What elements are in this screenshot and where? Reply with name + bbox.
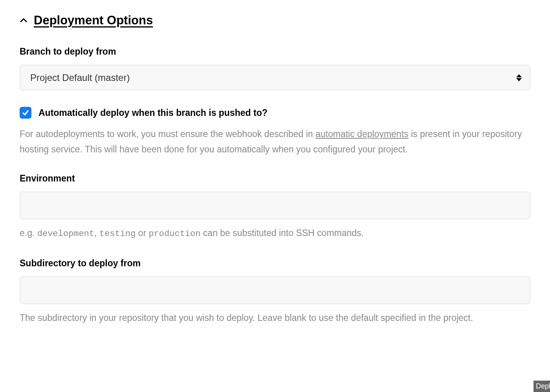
subdirectory-help-text: The subdirectory in your repository that… xyxy=(20,310,530,326)
section-header[interactable]: Deployment Options xyxy=(20,13,530,27)
environment-label: Environment xyxy=(20,173,530,184)
branch-select[interactable]: Project Default (master) xyxy=(20,65,530,90)
subdirectory-field-group: Subdirectory to deploy from The subdirec… xyxy=(20,258,530,326)
environment-code-testing: testing xyxy=(99,229,136,239)
section-title: Deployment Options xyxy=(34,13,153,27)
environment-help-prefix: e.g. xyxy=(20,228,37,238)
autodeploy-checkbox-row: Automatically deploy when this branch is… xyxy=(20,107,530,119)
chevron-up-icon xyxy=(20,16,28,24)
automatic-deployments-link[interactable]: automatic deployments xyxy=(315,129,409,139)
subdirectory-label: Subdirectory to deploy from xyxy=(20,258,530,269)
environment-sep1: , xyxy=(94,228,99,238)
autodeploy-checkbox[interactable] xyxy=(20,107,31,119)
autodeploy-checkbox-label[interactable]: Automatically deploy when this branch is… xyxy=(38,108,268,118)
environment-input[interactable] xyxy=(20,192,530,219)
environment-code-production: production xyxy=(148,229,200,239)
environment-sep2: or xyxy=(136,228,148,238)
autodeploy-field-group: Automatically deploy when this branch is… xyxy=(20,107,530,157)
branch-field-group: Branch to deploy from Project Default (m… xyxy=(20,46,530,90)
subdirectory-input[interactable] xyxy=(20,277,530,304)
autodeploy-help-prefix: For autodeployments to work, you must en… xyxy=(20,129,315,139)
environment-help-suffix: can be substituted into SSH commands. xyxy=(200,228,364,238)
environment-help-text: e.g. development, testing or production … xyxy=(20,225,530,242)
branch-label: Branch to deploy from xyxy=(20,46,530,57)
environment-code-development: development xyxy=(37,229,94,239)
branch-select-wrapper: Project Default (master) xyxy=(20,65,530,90)
environment-field-group: Environment e.g. development, testing or… xyxy=(20,173,530,242)
autodeploy-help-text: For autodeployments to work, you must en… xyxy=(20,126,530,157)
